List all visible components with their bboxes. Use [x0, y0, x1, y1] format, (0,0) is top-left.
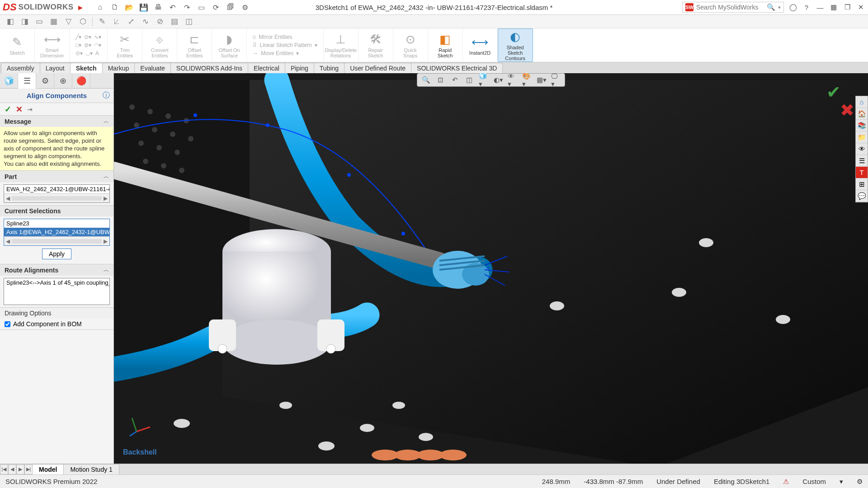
prev-view-icon[interactable]: ↶ [450, 75, 460, 85]
tab-markup[interactable]: Markup [102, 63, 135, 73]
close-icon[interactable]: ✕ [856, 3, 865, 12]
restore-icon[interactable]: ❐ [843, 3, 852, 12]
qat-icon[interactable]: ◫ [184, 17, 194, 27]
route-alignment-item[interactable]: Spline23<-->Axis 1 of 45_spin coupling_B… [4, 278, 109, 287]
tab-electrical[interactable]: Electrical [248, 63, 285, 73]
task-resources-icon[interactable]: 🏠 [856, 108, 868, 120]
next-tab-icon[interactable]: ▶ [16, 465, 24, 474]
options-icon[interactable]: 🗐 [226, 2, 236, 12]
new-icon[interactable]: 🗋 [110, 2, 120, 12]
user-icon[interactable]: ◯ [788, 3, 797, 12]
qat-icon[interactable]: ⟀ [112, 17, 122, 27]
current-selections-box[interactable]: Spline23 Axis 1@EWA_H2_2462_2432-1@UBW-2… [4, 219, 110, 246]
task-forum-icon[interactable]: 💬 [856, 190, 868, 202]
confirm-corner-cancel-icon[interactable]: ✖ [840, 100, 854, 120]
search-box[interactable]: SW 🔍 ▾ [682, 2, 784, 13]
route-alignments-head[interactable]: Route Alignments︿ [0, 264, 113, 276]
scroll-left-icon[interactable]: ◀ [6, 195, 10, 202]
tab-addins[interactable]: SOLIDWORKS Add-Ins [170, 63, 248, 73]
qat-icon[interactable]: ▤ [170, 17, 179, 27]
motion-study-tab[interactable]: Motion Study 1 [63, 464, 119, 475]
zoom-area-icon[interactable]: ⊡ [435, 75, 445, 85]
qat-icon[interactable]: ✎ [97, 17, 107, 27]
sketch-button[interactable]: ✎Sketch [4, 35, 31, 56]
rebuild-icon[interactable]: ⟳ [211, 2, 221, 12]
save-icon[interactable]: 💾 [139, 2, 149, 12]
appearance-icon[interactable]: 🎨▾ [522, 75, 532, 85]
tab-layout[interactable]: Layout [40, 63, 71, 73]
task-library-icon[interactable]: 📚 [856, 120, 868, 131]
print-icon[interactable]: 🖶 [153, 2, 163, 12]
view-orient-icon[interactable]: 🧊▾ [479, 75, 489, 85]
undo-icon[interactable]: ↶ [168, 2, 178, 12]
select-icon[interactable]: ▭ [197, 2, 207, 12]
scene-icon[interactable]: ▦▾ [537, 75, 547, 85]
instant2d-button[interactable]: ⟷Instant2D [467, 35, 494, 56]
task-list-icon[interactable]: ☰ [856, 155, 868, 167]
display-tab-icon[interactable]: ⊕ [54, 73, 72, 89]
first-tab-icon[interactable]: |◀ [0, 465, 8, 474]
qat-icon[interactable]: ▽ [63, 17, 73, 27]
display-style-icon[interactable]: ◐▾ [493, 75, 503, 85]
search-chevron-icon[interactable]: ▾ [778, 5, 781, 10]
tab-user-route[interactable]: User Defined Route [344, 63, 411, 73]
message-section-head[interactable]: Message︿ [0, 116, 113, 127]
config-tab-icon[interactable]: ⚙ [36, 73, 54, 89]
qat-icon[interactable]: ⊘ [155, 17, 165, 27]
render-icon[interactable]: 🖵▾ [551, 75, 561, 85]
hide-show-icon[interactable]: 👁▾ [508, 75, 518, 85]
display-delete-button[interactable]: ⊥Display/Delete Relations [327, 33, 354, 58]
scroll-left-icon[interactable]: ◀ [6, 238, 10, 244]
open-icon[interactable]: 📂 [124, 2, 134, 12]
qat-icon[interactable]: ∿ [141, 17, 151, 27]
route-alignments-box[interactable]: Spline23<-->Axis 1 of 45_spin coupling_B… [4, 278, 110, 305]
add-bom-checkbox-row[interactable]: Add Component in BOM [0, 319, 113, 329]
tab-evaluate[interactable]: Evaluate [134, 63, 170, 73]
task-home-icon[interactable]: ⌂ [856, 96, 868, 108]
status-ui-mode[interactable]: Custom [802, 478, 826, 485]
scroll-right-icon[interactable]: ▶ [104, 238, 108, 244]
search-input[interactable] [696, 4, 764, 11]
offset-surface-button[interactable]: ◗Offset On Surface [216, 33, 243, 58]
task-toolbox-icon[interactable]: T [856, 167, 868, 178]
qat-icon[interactable]: ◨ [20, 17, 30, 27]
add-bom-checkbox[interactable] [5, 321, 10, 327]
last-tab-icon[interactable]: ▶| [24, 465, 33, 474]
part-selection-box[interactable]: EWA_H2_2462_2432-1@UBW-21161-47237-E ◀▶ [4, 184, 110, 203]
section-view-icon[interactable]: ◫ [464, 75, 474, 85]
qat-icon[interactable]: ◧ [5, 17, 15, 27]
status-chevron-icon[interactable]: ▾ [840, 478, 843, 486]
tab-assembly[interactable]: Assembly [1, 63, 40, 73]
convert-button[interactable]: ⟐Convert Entities [146, 33, 173, 58]
model-tab[interactable]: Model [32, 464, 64, 475]
settings-gear-icon[interactable]: ⚙ [240, 2, 250, 12]
zoom-fit-icon[interactable]: 🔍 [421, 75, 431, 85]
current-selections-head[interactable]: Current Selections [0, 206, 113, 216]
scroll-right-icon[interactable]: ▶ [104, 195, 108, 202]
part-section-head[interactable]: Part︿ [0, 171, 113, 182]
redo-icon[interactable]: ↷ [182, 2, 192, 12]
smart-dimension-button[interactable]: ⟷Smart Dimension [38, 33, 66, 58]
qat-icon[interactable]: ▭ [34, 17, 44, 27]
app-menu-chevron-icon[interactable]: ▶ [78, 4, 83, 11]
qat-icon[interactable]: ▦ [49, 17, 59, 27]
layout-icon[interactable]: ▦ [829, 3, 838, 12]
qat-icon[interactable]: ⤢ [126, 17, 136, 27]
selection-item[interactable]: Axis 1@EWA_H2_2462_2432-1@UBW-21161- [4, 228, 109, 236]
selection-item[interactable]: Spline23 [4, 219, 109, 228]
panel-help-icon[interactable]: ⓘ [103, 91, 110, 100]
shaded-contours-button[interactable]: ◐Shaded Sketch Contours [502, 30, 529, 61]
ok-icon[interactable]: ✓ [5, 104, 11, 114]
help-icon[interactable]: ? [802, 3, 811, 12]
status-warn-icon[interactable]: ⚠ [783, 478, 789, 486]
cancel-icon[interactable]: ✕ [16, 104, 23, 114]
repair-button[interactable]: 🛠Repair Sketch [362, 33, 389, 58]
appearance-tab-icon[interactable]: 🔴 [72, 73, 90, 89]
trim-button[interactable]: ✂Trim Entities [111, 33, 138, 58]
home-icon[interactable]: ⌂ [95, 2, 105, 12]
status-settings-icon[interactable]: ⚙ [857, 478, 863, 486]
minimize-icon[interactable]: — [816, 3, 825, 12]
tab-electrical3d[interactable]: SOLIDWORKS Electrical 3D [411, 63, 503, 73]
view-triad-icon[interactable] [127, 411, 155, 438]
offset-button[interactable]: ⊏Offset Entities [181, 33, 208, 58]
